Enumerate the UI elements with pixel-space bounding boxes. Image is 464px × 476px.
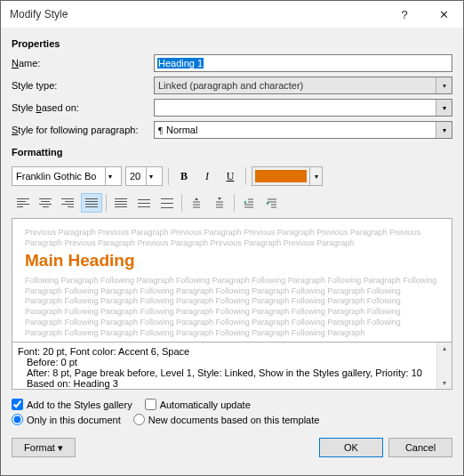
- separator: [181, 194, 182, 212]
- font-family-value: Franklin Gothic Bo: [16, 171, 103, 182]
- line-spacing-1-5-button[interactable]: [133, 193, 155, 213]
- options-area: Add to the Styles gallery Automatically …: [12, 399, 452, 429]
- chevron-down-icon: ▾: [436, 77, 452, 93]
- align-justify-button[interactable]: [81, 193, 102, 213]
- preview-previous-text: Previous Paragraph Previous Paragraph Pr…: [25, 228, 439, 248]
- desc-line: Font: 20 pt, Font color: Accent 6, Space: [18, 346, 446, 357]
- space-before-decrease-button[interactable]: [209, 193, 230, 213]
- ok-button[interactable]: OK: [319, 438, 383, 457]
- style-type-combo[interactable]: Linked (paragraph and character) ▾: [154, 77, 452, 94]
- based-on-combo[interactable]: ▾: [154, 99, 452, 117]
- close-button[interactable]: ✕: [424, 1, 463, 28]
- name-input[interactable]: Heading 1: [154, 54, 452, 72]
- scrollbar[interactable]: ▴▾: [436, 343, 452, 389]
- preview-pane: Previous Paragraph Previous Paragraph Pr…: [12, 218, 452, 343]
- italic-button[interactable]: I: [197, 166, 217, 186]
- preview-heading: Main Heading: [25, 250, 439, 272]
- decrease-indent-button[interactable]: [238, 193, 260, 213]
- align-right-button[interactable]: [58, 193, 79, 213]
- underline-button[interactable]: U: [220, 166, 240, 186]
- scroll-up-icon: ▴: [443, 344, 446, 352]
- style-description: Font: 20 pt, Font color: Accent 6, Space…: [12, 342, 452, 390]
- color-swatch-icon: [255, 170, 307, 182]
- font-size-combo[interactable]: 20 ▾: [125, 166, 163, 186]
- titlebar: Modify Style ? ✕: [1, 1, 463, 28]
- preview-following-text: Following Paragraph Following Paragraph …: [25, 276, 439, 338]
- style-type-value: Linked (paragraph and character): [158, 80, 303, 91]
- scroll-down-icon: ▾: [443, 379, 446, 387]
- bold-button[interactable]: B: [174, 166, 194, 186]
- increase-indent-button[interactable]: [261, 193, 283, 213]
- chevron-down-icon: ▾: [309, 167, 322, 185]
- dialog-footer: Format ▾ OK Cancel: [12, 438, 452, 457]
- font-size-value: 20: [130, 171, 144, 182]
- cancel-button[interactable]: Cancel: [388, 438, 452, 457]
- pilcrow-icon: ¶: [158, 125, 163, 135]
- desc-line: After: 8 pt, Page break before, Level 1,…: [27, 367, 446, 378]
- font-color-picker[interactable]: ▾: [252, 166, 323, 186]
- format-button[interactable]: Format ▾: [12, 438, 76, 457]
- separator: [106, 194, 107, 212]
- chevron-down-icon: ▾: [146, 167, 158, 185]
- following-value: Normal: [166, 125, 197, 135]
- chevron-down-icon: ▾: [105, 167, 117, 185]
- font-toolbar: Franklin Gothic Bo ▾ 20 ▾ B I U ▾: [12, 166, 452, 186]
- name-label: Name:: [12, 58, 154, 69]
- font-family-combo[interactable]: Franklin Gothic Bo ▾: [12, 166, 122, 186]
- align-center-button[interactable]: [35, 193, 56, 213]
- auto-update-checkbox[interactable]: Automatically update: [145, 399, 251, 410]
- chevron-down-icon: ▾: [436, 100, 452, 116]
- desc-line: Based on: Heading 3: [27, 378, 446, 389]
- modify-style-dialog: Modify Style ? ✕ Properties Name: Headin…: [0, 0, 464, 476]
- following-combo[interactable]: ¶ Normal ▾: [154, 121, 452, 139]
- following-label: Style for following paragraph:: [12, 125, 154, 135]
- based-on-label: Style based on:: [12, 102, 154, 113]
- style-type-label: Style type:: [12, 80, 154, 91]
- new-documents-radio[interactable]: New documents based on this template: [133, 414, 320, 425]
- paragraph-toolbar: [12, 193, 452, 213]
- dialog-title: Modify Style: [10, 8, 385, 20]
- chevron-down-icon: ▾: [436, 122, 452, 138]
- add-to-gallery-checkbox[interactable]: Add to the Styles gallery: [12, 399, 132, 410]
- line-spacing-2-button[interactable]: [156, 193, 178, 213]
- only-document-radio[interactable]: Only in this document: [12, 414, 121, 425]
- separator: [245, 167, 246, 185]
- properties-section-title: Properties: [12, 38, 452, 49]
- desc-line: Before: 0 pt: [27, 357, 446, 367]
- formatting-section-title: Formatting: [12, 147, 452, 157]
- space-before-increase-button[interactable]: [186, 193, 207, 213]
- separator: [168, 167, 169, 185]
- align-left-button[interactable]: [12, 193, 33, 213]
- help-button[interactable]: ?: [385, 1, 424, 28]
- line-spacing-1-button[interactable]: [110, 193, 132, 213]
- dialog-content: Properties Name: Heading 1 Style type: L…: [1, 28, 463, 475]
- separator: [234, 194, 235, 212]
